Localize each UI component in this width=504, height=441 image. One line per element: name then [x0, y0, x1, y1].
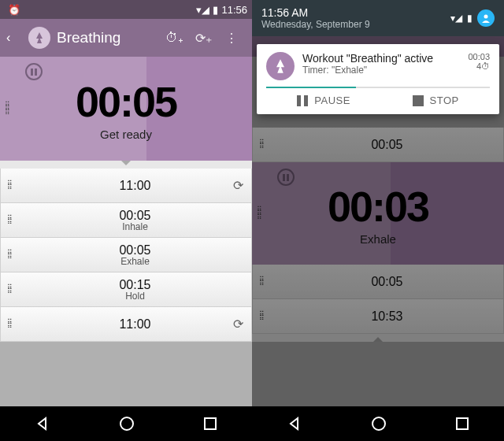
interval-row[interactable]: ⠿⠿11:00⟳ [0, 307, 252, 342]
notification-app-icon [266, 52, 295, 80]
row-label: Hold [19, 291, 251, 302]
interval-row[interactable]: ⠿⠿00:05Inhale [0, 203, 252, 238]
status-time: 11:56 [221, 4, 247, 16]
loop-icon: ⟳ [233, 317, 243, 332]
nav-back-icon[interactable] [34, 415, 51, 432]
app-logo-icon [28, 27, 50, 49]
panel-time: 11:56 AM [261, 6, 370, 19]
notification-progress [266, 87, 490, 88]
nav-back-icon[interactable] [286, 415, 303, 432]
pause-icon [297, 95, 308, 106]
svg-point-3 [372, 417, 385, 430]
overflow-icon[interactable]: ⋮ [217, 31, 246, 46]
pause-badge-icon[interactable] [25, 63, 43, 80]
stop-button[interactable]: STOP [413, 94, 459, 106]
screen-left: ⏰ ▾◢ ▮ 11:56 ‹ Breathing ⏱₊ ⟳₊ ⋮ ⠿⠿⠿ 00:… [0, 0, 252, 441]
drag-handle-icon[interactable]: ⠿⠿ [7, 286, 13, 294]
drag-handle-icon[interactable]: ⠿⠿⠿ [5, 103, 10, 115]
notification-elapsed: 00:03 [468, 52, 490, 61]
battery-icon: ▮ [213, 4, 218, 16]
interval-row[interactable]: ⠿⠿00:15Hold [0, 272, 252, 307]
nav-bar [252, 406, 504, 441]
app-bar: ‹ Breathing ⏱₊ ⟳₊ ⋮ [0, 19, 252, 57]
wifi-icon: ▾◢ [196, 4, 209, 16]
svg-rect-4 [457, 418, 468, 429]
caret-down-icon [0, 161, 252, 169]
page-title: Breathing [57, 29, 161, 46]
alarm-icon: ⏰ [8, 4, 20, 16]
svg-rect-1 [205, 418, 216, 429]
panel-date: Wednesday, September 9 [261, 19, 370, 30]
drag-handle-icon[interactable]: ⠿⠿ [7, 217, 13, 224]
drag-handle-icon[interactable]: ⠿⠿ [7, 182, 13, 190]
notification-card[interactable]: Workout "Breathing" active Timer: "Exhal… [257, 44, 499, 114]
screen-right: ⠿⠿00:05 ⠿⠿⠿ 00:03 Exhale ⠿⠿00:05⠿⠿10:53 … [252, 0, 504, 441]
nav-bar [0, 406, 252, 441]
wifi-icon: ▾◢ [450, 13, 462, 24]
notification-subtitle: Timer: "Exhale" [302, 65, 460, 76]
user-avatar-icon[interactable] [477, 9, 495, 27]
row-time: 11:00 [19, 317, 251, 332]
svg-point-0 [120, 417, 133, 430]
status-bar: ⏰ ▾◢ ▮ 11:56 [0, 0, 252, 19]
drag-handle-icon[interactable]: ⠿⠿ [7, 321, 13, 328]
timer-hero[interactable]: ⠿⠿⠿ 00:05 Get ready [0, 57, 252, 161]
row-time: 11:00 [19, 179, 251, 193]
row-label: Inhale [19, 221, 251, 232]
loop-icon[interactable]: ⟳₊ [189, 31, 217, 46]
drag-handle-icon[interactable]: ⠿⠿ [7, 251, 13, 259]
nav-recent-icon[interactable] [202, 416, 218, 432]
notification-panel-header[interactable]: 11:56 AM Wednesday, September 9 ▾◢ ▮ [252, 0, 504, 36]
loop-icon: ⟳ [233, 178, 243, 193]
notification-count: 4⏱ [468, 61, 490, 71]
back-icon[interactable]: ‹ [6, 31, 22, 45]
notification-title: Workout "Breathing" active [302, 52, 460, 65]
interval-row[interactable]: ⠿⠿00:05Exhale [0, 238, 252, 272]
row-label: Exhale [19, 256, 251, 267]
hero-time: 00:05 [76, 77, 176, 126]
svg-point-2 [484, 15, 488, 19]
pause-button[interactable]: PAUSE [297, 94, 350, 106]
hero-label: Get ready [100, 128, 152, 141]
interval-row[interactable]: ⠿⠿11:00⟳ [0, 169, 252, 203]
add-alarm-icon[interactable]: ⏱₊ [161, 31, 189, 45]
battery-icon: ▮ [467, 13, 472, 24]
nav-home-icon[interactable] [370, 415, 387, 432]
nav-home-icon[interactable] [118, 415, 135, 432]
nav-recent-icon[interactable] [454, 416, 470, 432]
stop-icon [413, 95, 424, 106]
